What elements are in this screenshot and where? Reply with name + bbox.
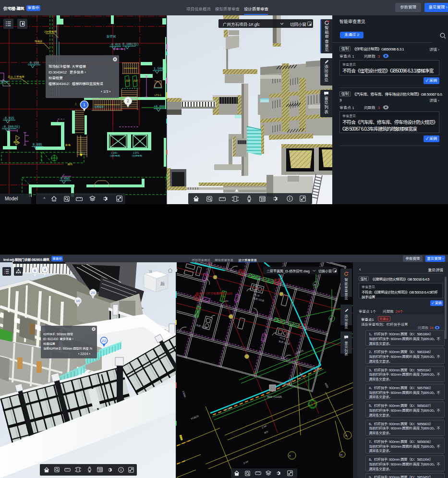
svg-text:LT3-1: LT3-1 bbox=[155, 94, 161, 97]
svg-text:2.44': 2.44' bbox=[243, 460, 249, 465]
svg-text:-0.015: -0.015 bbox=[3, 117, 14, 120]
svg-text:3200: 3200 bbox=[179, 435, 183, 441]
svg-text:断电: 断电 bbox=[65, 144, 71, 147]
svg-text:903: 903 bbox=[264, 430, 268, 434]
svg-text:+0.000: +0.000 bbox=[154, 105, 165, 109]
svg-text:JSF: JSF bbox=[125, 79, 130, 82]
svg-text:病房 111床: 病房 111床 bbox=[252, 296, 265, 303]
svg-text:1: 1 bbox=[83, 102, 85, 107]
svg-text:H: H bbox=[289, 455, 291, 457]
svg-text:20: 20 bbox=[91, 291, 95, 295]
svg-text:1-100√: 1-100√ bbox=[111, 152, 118, 154]
svg-text:-0.100(结): -0.100(结) bbox=[2, 125, 20, 129]
svg-text:走台,人堂电梯: 走台,人堂电梯 bbox=[8, 75, 24, 78]
svg-text:10: 10 bbox=[76, 299, 80, 303]
svg-text:JSF: JSF bbox=[133, 79, 138, 82]
svg-text:2: 2 bbox=[127, 98, 129, 103]
svg-text:上: 上 bbox=[74, 102, 77, 105]
svg-text:0.085: 0.085 bbox=[61, 177, 70, 181]
svg-text:YC8231: YC8231 bbox=[190, 414, 199, 420]
svg-text:3000 YC1025: 3000 YC1025 bbox=[267, 395, 282, 398]
svg-text:6000: 6000 bbox=[324, 382, 329, 389]
svg-text:H: H bbox=[330, 318, 332, 320]
svg-text:(消防电梯): (消防电梯) bbox=[110, 154, 120, 157]
svg-text:13200: 13200 bbox=[182, 391, 186, 398]
svg-text:架空层: 架空层 bbox=[107, 35, 116, 38]
svg-text:-0.150: -0.150 bbox=[28, 61, 39, 65]
svg-text:13: 13 bbox=[311, 404, 313, 406]
svg-text:H: H bbox=[314, 283, 316, 286]
svg-text:29#楼电梯: 29#楼电梯 bbox=[44, 30, 57, 33]
svg-text:0.100(结): 0.100(结) bbox=[122, 42, 139, 46]
svg-text:后: 后 bbox=[160, 282, 165, 286]
svg-text:合用前室: 合用前室 bbox=[94, 105, 104, 109]
svg-text:移动室《尺寸检查规范2015》: 移动室《尺寸检查规范2015》 bbox=[196, 292, 234, 295]
svg-text:H: H bbox=[345, 435, 347, 437]
svg-text:6: 6 bbox=[34, 269, 36, 273]
svg-text:1.500: 1.500 bbox=[154, 67, 163, 71]
svg-text:病房 111床: 病房 111床 bbox=[278, 340, 291, 346]
svg-text:2.44': 2.44' bbox=[261, 424, 267, 429]
svg-text:0.085: 0.085 bbox=[33, 143, 42, 147]
svg-text:断电: 断电 bbox=[13, 141, 19, 144]
svg-text:(担架电梯): (担架电梯) bbox=[132, 155, 142, 157]
svg-text:1-DT1: 1-DT1 bbox=[133, 152, 139, 154]
svg-text:通风: 通风 bbox=[67, 163, 73, 166]
svg-text:H: H bbox=[340, 453, 342, 456]
svg-text:4: 4 bbox=[44, 268, 46, 272]
svg-text:-0.015: -0.015 bbox=[109, 43, 121, 47]
svg-text:22: 22 bbox=[102, 339, 106, 343]
svg-text:强电井: 强电井 bbox=[35, 40, 43, 43]
